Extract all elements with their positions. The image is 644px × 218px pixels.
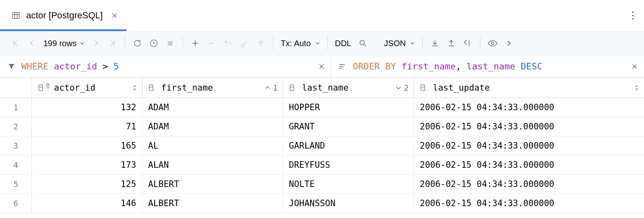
- cell-last-update[interactable]: 2006-02-15 04:34:33.000000: [414, 117, 644, 136]
- column-name: last_name: [302, 83, 349, 93]
- cell-actor-id[interactable]: 146: [32, 194, 142, 213]
- rownum-header[interactable]: [0, 78, 32, 98]
- column-header-last-name[interactable]: last_name 2: [283, 78, 414, 98]
- cell-last-update[interactable]: 2006-02-15 04:34:33.000000: [414, 194, 644, 213]
- revert-button[interactable]: [220, 35, 236, 51]
- cell-last-update[interactable]: 2006-02-15 04:34:33.000000: [414, 175, 644, 194]
- cell-last-update[interactable]: 2006-02-15 04:34:33.000000: [414, 156, 644, 174]
- extractor-dropdown[interactable]: JSON: [381, 39, 418, 48]
- table-icon: [11, 11, 20, 20]
- next-page-button[interactable]: [88, 35, 104, 51]
- cell-last-name[interactable]: NOLTE: [283, 175, 414, 194]
- view-mode-button[interactable]: [484, 35, 501, 51]
- table-row[interactable]: 2 71 ADAM GRANT 2006-02-15 04:34:33.0000…: [0, 117, 644, 136]
- tab-actor[interactable]: actor [PostgreSQL]: [0, 0, 126, 31]
- svg-rect-42: [290, 85, 294, 91]
- svg-marker-47: [635, 89, 638, 91]
- toolbar: 199 rows Tx: Auto: [0, 31, 644, 56]
- cell-first-name[interactable]: ALAN: [142, 156, 283, 174]
- close-tab-button[interactable]: [112, 13, 117, 18]
- clear-sort-button[interactable]: [632, 64, 637, 69]
- svg-marker-38: [133, 85, 136, 87]
- column-name: last_update: [433, 83, 490, 93]
- column-icon: [289, 83, 298, 92]
- grid-body: 1 132 ADAM HOPPER 2006-02-15 04:34:33.00…: [0, 98, 644, 213]
- row-count-label: 199 rows: [43, 39, 77, 48]
- column-name: first_name: [161, 83, 213, 93]
- svg-rect-33: [39, 85, 43, 91]
- history-button[interactable]: [146, 35, 162, 51]
- cell-first-name[interactable]: ADAM: [142, 117, 283, 136]
- reload-button[interactable]: [129, 35, 146, 51]
- tab-more-button[interactable]: [632, 11, 634, 20]
- grid-header: actor_id first_name 1 last_name 2 last_u…: [0, 78, 644, 98]
- table-row[interactable]: 3 165 AL GARLAND 2006-02-15 04:34:33.000…: [0, 136, 644, 156]
- orderby-input[interactable]: ORDER BY first_name, last_name DESC: [331, 56, 644, 77]
- svg-rect-12: [168, 41, 173, 46]
- cell-first-name[interactable]: ALBERT: [142, 175, 283, 194]
- svg-point-35: [47, 84, 49, 86]
- cell-last-name[interactable]: JOHANSSON: [283, 194, 414, 213]
- table-row[interactable]: 1 132 ADAM HOPPER 2006-02-15 04:34:33.00…: [0, 98, 644, 117]
- separator: [327, 37, 328, 50]
- where-filter-input[interactable]: WHERE actor_id > 5: [0, 56, 331, 77]
- row-number[interactable]: 4: [0, 156, 32, 174]
- column-header-first-name[interactable]: first_name 1: [142, 78, 283, 98]
- cell-actor-id[interactable]: 132: [32, 98, 142, 117]
- svg-rect-40: [149, 85, 153, 91]
- tab-title: actor [PostgreSQL]: [26, 10, 103, 21]
- separator: [422, 37, 423, 50]
- svg-point-6: [632, 11, 634, 13]
- cell-first-name[interactable]: ADAM: [142, 98, 283, 117]
- clear-filter-button[interactable]: [319, 64, 324, 69]
- delete-row-button[interactable]: [203, 35, 220, 51]
- table-row[interactable]: 6 146 ALBERT JOHANSSON 2006-02-15 04:34:…: [0, 194, 644, 213]
- column-header-actor-id[interactable]: actor_id: [32, 78, 142, 98]
- compare-button[interactable]: [459, 35, 476, 51]
- column-header-last-update[interactable]: last_update: [414, 78, 644, 98]
- cell-first-name[interactable]: ALBERT: [142, 194, 283, 213]
- row-number[interactable]: 1: [0, 98, 32, 117]
- next-panel-button[interactable]: [501, 35, 517, 51]
- cell-last-name[interactable]: GRANT: [283, 117, 414, 136]
- cell-last-update[interactable]: 2006-02-15 04:34:33.000000: [414, 136, 644, 155]
- table-row[interactable]: 4 173 ALAN DREYFUSS 2006-02-15 04:34:33.…: [0, 156, 644, 175]
- tab-bar: actor [PostgreSQL]: [0, 0, 644, 31]
- export-button[interactable]: [427, 35, 443, 51]
- cell-actor-id[interactable]: 71: [32, 117, 142, 136]
- cell-actor-id[interactable]: 173: [32, 156, 142, 174]
- tx-mode-label: Tx: Auto: [281, 39, 311, 48]
- cell-actor-id[interactable]: 165: [32, 136, 142, 155]
- svg-marker-46: [635, 85, 638, 87]
- last-page-button[interactable]: [104, 35, 121, 51]
- column-icon: [420, 83, 429, 92]
- cell-last-name[interactable]: DREYFUSS: [283, 156, 414, 174]
- cell-actor-id[interactable]: 125: [32, 175, 142, 194]
- table-row[interactable]: 5 125 ALBERT NOLTE 2006-02-15 04:34:33.0…: [0, 175, 644, 194]
- cell-first-name[interactable]: AL: [142, 136, 283, 155]
- row-number[interactable]: 5: [0, 175, 32, 194]
- separator: [480, 37, 480, 50]
- orderby-clause-text: ORDER BY first_name, last_name DESC: [353, 61, 543, 71]
- cell-last-update[interactable]: 2006-02-15 04:34:33.000000: [414, 98, 644, 117]
- prev-page-button[interactable]: [24, 35, 40, 51]
- column-name: actor_id: [54, 83, 95, 93]
- stop-button[interactable]: [162, 35, 178, 51]
- ddl-button[interactable]: DDL: [332, 39, 355, 48]
- sort-indicator: [634, 84, 639, 91]
- row-number[interactable]: 3: [0, 136, 32, 155]
- add-row-button[interactable]: [187, 35, 203, 51]
- svg-point-25: [491, 42, 494, 44]
- row-count-dropdown[interactable]: 199 rows: [40, 39, 88, 48]
- cell-last-name[interactable]: GARLAND: [283, 136, 414, 155]
- first-page-button[interactable]: [7, 35, 24, 51]
- preview-pending-button[interactable]: [236, 35, 252, 51]
- tx-mode-dropdown[interactable]: Tx: Auto: [277, 39, 323, 48]
- cell-last-name[interactable]: HOPPER: [283, 98, 414, 117]
- svg-point-7: [632, 15, 634, 16]
- import-button[interactable]: [443, 35, 459, 51]
- row-number[interactable]: 2: [0, 117, 32, 136]
- row-number[interactable]: 6: [0, 194, 32, 213]
- search-button[interactable]: [355, 35, 371, 51]
- submit-button[interactable]: [252, 35, 269, 51]
